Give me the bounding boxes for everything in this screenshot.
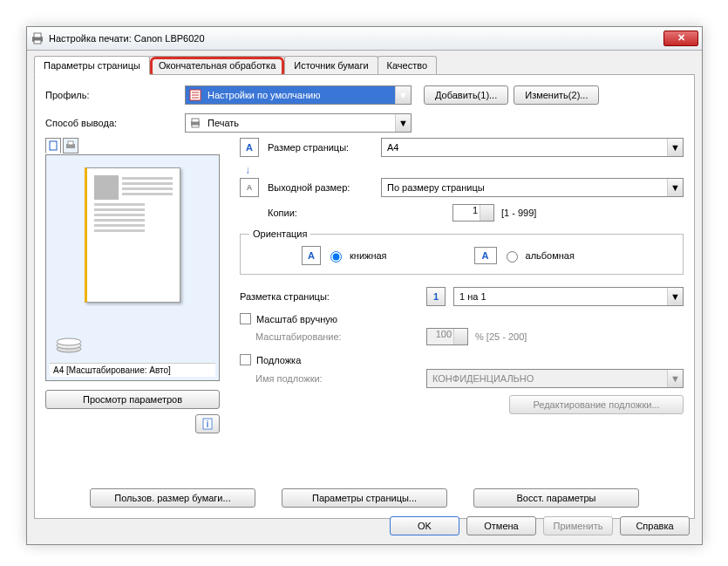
layout-combo[interactable]: 1 на 1 ▼ — [453, 287, 684, 306]
print-icon — [188, 116, 202, 130]
cancel-button[interactable]: Отмена — [466, 516, 536, 535]
help-button[interactable]: Справка — [620, 516, 690, 535]
portrait-radio[interactable] — [330, 251, 342, 263]
print-settings-window: Настройка печати: Canon LBP6020 ✕ Параме… — [26, 26, 703, 545]
layout-row: Разметка страницы: 1 1 на 1 ▼ — [240, 287, 684, 306]
scale-spinner: 100 — [426, 328, 468, 345]
arrow-down-icon: ↓ — [245, 164, 684, 176]
layout-icon: 1 — [426, 287, 446, 306]
apply-button: Применить — [543, 516, 613, 535]
chevron-down-icon: ▼ — [667, 139, 683, 156]
page-preview-icon — [85, 167, 180, 303]
preview-caption: A4 [Масштабирование: Авто] — [50, 363, 215, 377]
watermark-checkbox[interactable] — [240, 354, 251, 365]
preview-tab-printer[interactable] — [63, 138, 78, 153]
chevron-down-icon: ▼ — [667, 179, 683, 196]
svg-rect-2 — [34, 40, 41, 44]
page-settings-area: A Размер страницы: A4 ▼ ↓ A Выходной раз… — [240, 138, 684, 414]
output-size-combo[interactable]: По размеру страницы ▼ — [381, 178, 684, 197]
preview-pane: A4 [Масштабирование: Авто] Просмотр пара… — [45, 138, 220, 433]
watermark-name-row: Имя подложки: КОНФИДЕНЦИАЛЬНО ▼ — [240, 369, 684, 388]
page-size-combo[interactable]: A4 ▼ — [381, 138, 684, 157]
dialog-buttons: OK Отмена Применить Справка — [390, 516, 690, 535]
edit-watermark-button: Редактирование подложки... — [509, 395, 684, 414]
watermark-combo: КОНФИДЕНЦИАЛЬНО ▼ — [426, 369, 684, 388]
printer-icon — [31, 31, 44, 45]
titlebar: Настройка печати: Canon LBP6020 ✕ — [27, 27, 702, 51]
edit-profile-button[interactable]: Изменить(2)... — [514, 85, 599, 105]
custom-paper-button[interactable]: Пользов. размер бумаги... — [90, 488, 255, 508]
copies-row: Копии: 1 [1 - 999] — [240, 204, 684, 222]
tabstrip: Параметры страницы Окончательная обработ… — [27, 51, 702, 74]
view-params-button[interactable]: Просмотр параметров — [45, 390, 220, 409]
window-title: Настройка печати: Canon LBP6020 — [49, 33, 663, 44]
landscape-icon: A — [474, 247, 497, 264]
scale-row: Масштабирование: 100 % [25 - 200] — [240, 328, 684, 345]
page-size-icon: A — [240, 138, 259, 157]
tab-panel-page: Профиль: Настройки по умолчанию ▼ Добави… — [34, 74, 695, 519]
output-size-row: A Выходной размер: По размеру страницы ▼ — [240, 178, 684, 197]
copies-range: [1 - 999] — [501, 208, 536, 218]
chevron-down-icon: ▼ — [395, 86, 411, 104]
manual-scale-checkbox[interactable] — [240, 313, 251, 324]
chevron-down-icon: ▼ — [395, 114, 411, 132]
svg-rect-12 — [68, 141, 73, 145]
svg-point-15 — [57, 338, 81, 345]
paper-stack-icon — [55, 335, 83, 352]
portrait-icon: A — [302, 246, 321, 265]
add-profile-button[interactable]: Добавить(1)... — [424, 85, 508, 105]
landscape-radio[interactable] — [507, 251, 518, 263]
info-button[interactable]: i — [195, 414, 220, 433]
restore-defaults-button[interactable]: Восст. параметры — [473, 488, 639, 508]
copies-spinner[interactable]: 1 — [452, 204, 494, 222]
svg-text:i: i — [206, 419, 208, 429]
profile-icon — [188, 88, 202, 102]
svg-rect-1 — [34, 33, 41, 38]
page-options-button[interactable]: Параметры страницы... — [282, 488, 447, 508]
tab-finishing[interactable]: Окончательная обработка — [149, 56, 285, 74]
output-combo[interactable]: Печать ▼ — [185, 113, 412, 133]
profile-row: Профиль: Настройки по умолчанию ▼ Добави… — [45, 85, 684, 105]
page-size-row: A Размер страницы: A4 ▼ — [240, 138, 684, 157]
preview-box: A4 [Масштабирование: Авто] — [45, 154, 220, 381]
tab-quality[interactable]: Качество — [378, 56, 438, 74]
orientation-group: Ориентация A книжная A альбомная — [240, 228, 684, 275]
profile-label: Профиль: — [45, 90, 185, 100]
profile-combo[interactable]: Настройки по умолчанию ▼ — [185, 85, 412, 105]
ok-button[interactable]: OK — [390, 516, 459, 535]
preview-tab-page[interactable] — [45, 138, 61, 153]
chevron-down-icon: ▼ — [667, 370, 683, 387]
output-size-icon: A — [240, 178, 259, 197]
output-label: Способ вывода: — [45, 118, 185, 128]
svg-rect-9 — [192, 125, 199, 127]
tab-page-params[interactable]: Параметры страницы — [34, 56, 150, 75]
chevron-down-icon: ▼ — [667, 288, 683, 305]
svg-rect-8 — [192, 119, 199, 122]
tab-paper-source[interactable]: Источник бумаги — [284, 56, 378, 74]
close-button[interactable]: ✕ — [663, 31, 698, 46]
svg-rect-10 — [50, 141, 57, 150]
output-row: Способ вывода: Печать ▼ — [45, 113, 684, 133]
manual-scale-chk-row: Масштаб вручную — [240, 313, 684, 324]
bottom-buttons: Пользов. размер бумаги... Параметры стра… — [45, 488, 684, 508]
watermark-chk-row: Подложка — [240, 354, 684, 365]
